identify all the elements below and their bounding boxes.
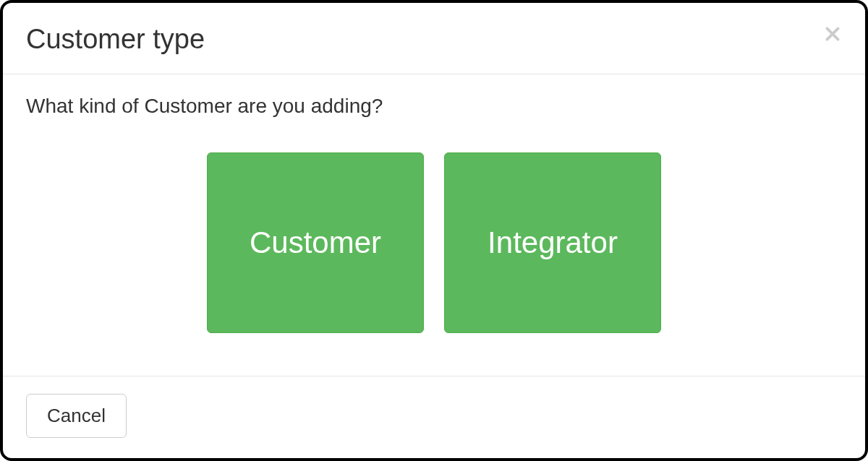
customer-button[interactable]: Customer xyxy=(207,152,424,333)
modal-header: Customer type xyxy=(3,3,865,74)
prompt-text: What kind of Customer are you adding? xyxy=(26,95,842,118)
customer-type-modal: Customer type What kind of Customer are … xyxy=(0,0,868,461)
close-icon xyxy=(823,25,842,46)
cancel-button[interactable]: Cancel xyxy=(26,394,127,438)
integrator-button[interactable]: Integrator xyxy=(444,152,661,333)
modal-title: Customer type xyxy=(26,23,205,56)
modal-footer: Cancel xyxy=(3,376,865,458)
choice-button-row: Customer Integrator xyxy=(26,152,842,333)
close-button[interactable] xyxy=(823,25,842,46)
modal-body: What kind of Customer are you adding? Cu… xyxy=(3,74,865,376)
